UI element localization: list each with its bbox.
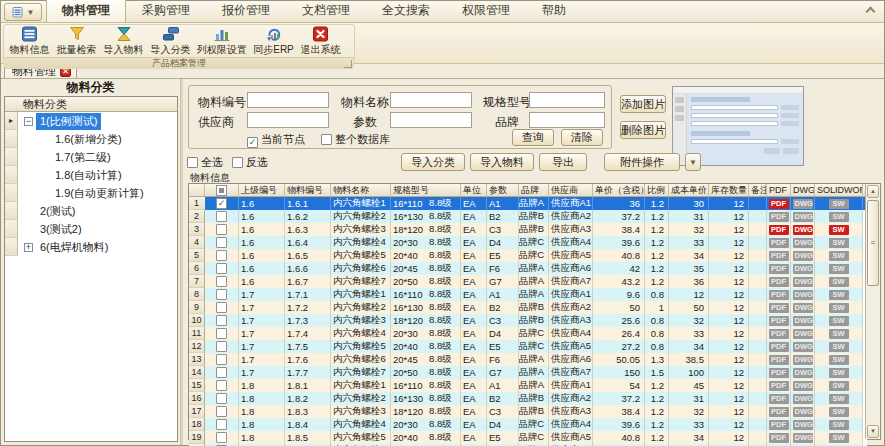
invert-select-checkbox[interactable]: 反选 [232,155,268,170]
column-header-dwg[interactable]: DWG [791,184,815,196]
row-checkbox[interactable] [216,250,227,261]
dwg-attachment-button[interactable]: DWG [793,238,813,248]
pdf-attachment-button[interactable]: PDF [769,199,789,209]
dwg-attachment-button[interactable]: DWG [793,199,813,209]
sw-attachment-button[interactable]: SW [829,303,849,313]
pdf-attachment-button[interactable]: PDF [769,225,789,235]
ribbon-tab-material[interactable]: 物料管理 [46,0,126,22]
table-row[interactable]: 131.71.7.6内六角螺栓620*458.8级EAF6品牌A供应商A650.… [189,353,865,366]
dwg-attachment-button[interactable]: DWG [793,303,813,313]
dwg-attachment-button[interactable]: DWG [793,251,813,261]
sw-attachment-button[interactable]: SW [829,381,849,391]
pdf-attachment-button[interactable]: PDF [769,290,789,300]
row-checkbox[interactable] [216,302,227,313]
sw-attachment-button[interactable]: SW [829,394,849,404]
row-checkbox[interactable]: ✓ [216,198,227,209]
import-material-button[interactable]: 导入物料 [100,26,147,57]
scroll-up-icon[interactable]: ▲ [867,185,879,198]
table-row[interactable]: 151.81.8.1内六角螺栓116*1108.8级EAA1品牌A供应商A154… [189,379,865,392]
column-header-supplier[interactable]: 供应商 [549,184,593,196]
scroll-down-icon[interactable]: ▼ [867,425,879,438]
pdf-attachment-button[interactable]: PDF [769,277,789,287]
pdf-attachment-button[interactable]: PDF [769,238,789,248]
material-code-input[interactable] [247,92,329,108]
sw-attachment-button[interactable]: SW [829,277,849,287]
pdf-attachment-button[interactable]: PDF [769,394,789,404]
row-checkbox[interactable] [216,211,227,222]
group-dialog-launcher-icon[interactable] [344,60,352,68]
column-header-param[interactable]: 参数 [487,184,519,196]
delete-image-button[interactable]: 删除图片 [620,121,666,139]
dwg-attachment-button[interactable]: DWG [793,329,813,339]
dwg-attachment-button[interactable]: DWG [793,316,813,326]
table-row[interactable]: 181.81.8.4内六角螺栓420*308.8级EAD4品牌C供应商A439.… [189,418,865,431]
pdf-attachment-button[interactable]: PDF [769,381,789,391]
attachment-dropdown-button[interactable]: ▼ [685,153,701,171]
pdf-attachment-button[interactable]: PDF [769,329,789,339]
param-input[interactable] [390,112,472,128]
tree-item[interactable]: ▸−1(比例测试) [5,112,177,130]
material-info-button[interactable]: 物料信息 [6,26,53,57]
tree-item[interactable]: 1.9(自动更新计算) [5,184,177,202]
select-all-header-checkbox[interactable] [216,185,227,196]
sw-attachment-button[interactable]: SW [829,368,849,378]
table-row[interactable]: 1✓1.61.6.1内六角螺栓116*1108.8级EAA1品牌A供应商A136… [189,197,865,210]
table-row[interactable]: 21.61.6.2内六角螺栓216*1308.8级EAB2品牌B供应商A237.… [189,210,865,223]
ribbon-tab-quotation[interactable]: 报价管理 [206,0,286,22]
pdf-attachment-button[interactable]: PDF [769,264,789,274]
dwg-attachment-button[interactable]: DWG [793,290,813,300]
add-image-button[interactable]: 添加图片 [620,95,666,113]
tree-item[interactable]: 1.7(第二级) [5,148,177,166]
pdf-attachment-button[interactable]: PDF [769,433,789,443]
row-checkbox[interactable] [216,432,227,443]
attachment-operations-button[interactable]: 附件操作 [604,153,680,171]
table-row[interactable]: 191.81.8.5内六角螺栓520*408.8级EAE5品牌C供应商A540.… [189,431,865,444]
dwg-attachment-button[interactable]: DWG [793,368,813,378]
column-header-price[interactable]: 单价（含税） [593,184,645,196]
whole-database-checkbox[interactable]: 整个数据库 [321,132,390,147]
column-header-num[interactable] [189,184,205,196]
pdf-attachment-button[interactable]: PDF [769,316,789,326]
import-category-button[interactable]: 导入分类 [147,26,194,57]
column-permission-button[interactable]: 列权限设置 [194,26,250,57]
table-row[interactable]: 141.71.7.7内六角螺栓720*508.8级EAG7品牌A供应商A7150… [189,366,865,379]
pdf-attachment-button[interactable]: PDF [769,420,789,430]
scrollbar-thumb[interactable] [867,200,879,286]
table-row[interactable]: 31.61.6.3内六角螺栓318*1208.8级EAC3品牌B供应商A338.… [189,223,865,236]
dwg-attachment-button[interactable]: DWG [793,355,813,365]
table-row[interactable]: 111.71.7.4内六角螺栓420*308.8级EAD4品牌C供应商A426.… [189,327,865,340]
brand-input[interactable] [529,112,605,128]
sw-attachment-button[interactable]: SW [829,316,849,326]
row-checkbox[interactable] [216,276,227,287]
column-header-pdf[interactable]: PDF [767,184,791,196]
table-row[interactable]: 161.81.8.2内六角螺栓216*1308.8级EAB2品牌B供应商A237… [189,392,865,405]
current-node-checkbox[interactable]: ✓当前节点 [247,132,305,148]
column-header-stock[interactable]: 库存数量 [709,184,749,196]
dwg-attachment-button[interactable]: DWG [793,342,813,352]
row-checkbox[interactable] [216,328,227,339]
import-category-button[interactable]: 导入分类 [401,153,465,171]
row-checkbox[interactable] [216,380,227,391]
table-row[interactable]: 51.61.6.5内六角螺栓520*408.8级EAE5品牌C供应商A540.8… [189,249,865,262]
column-header-unit[interactable]: 单位 [461,184,487,196]
pdf-attachment-button[interactable]: PDF [769,368,789,378]
supplier-input[interactable] [247,112,329,128]
tree-item[interactable]: +6(电焊机物料) [5,238,177,256]
column-header-spec[interactable]: 规格型号 [391,184,461,196]
sw-attachment-button[interactable]: SW [829,225,849,235]
material-name-input[interactable] [390,92,472,108]
select-all-checkbox[interactable]: 全选 [187,155,223,170]
sw-attachment-button[interactable]: SW [829,355,849,365]
sync-erp-button[interactable]: 同步ERP [250,26,297,57]
grid-vertical-scrollbar[interactable]: ▲ ▼ [865,184,880,439]
column-header-chk[interactable] [205,184,239,196]
pdf-attachment-button[interactable]: PDF [769,355,789,365]
ribbon-tab-fulltext[interactable]: 全文搜索 [366,0,446,22]
dwg-attachment-button[interactable]: DWG [793,381,813,391]
row-checkbox[interactable] [216,289,227,300]
spec-model-input[interactable] [529,92,605,108]
row-checkbox[interactable] [216,315,227,326]
tree-item[interactable]: 1.6(新增分类) [5,130,177,148]
row-checkbox[interactable] [216,341,227,352]
sw-attachment-button[interactable]: SW [829,329,849,339]
